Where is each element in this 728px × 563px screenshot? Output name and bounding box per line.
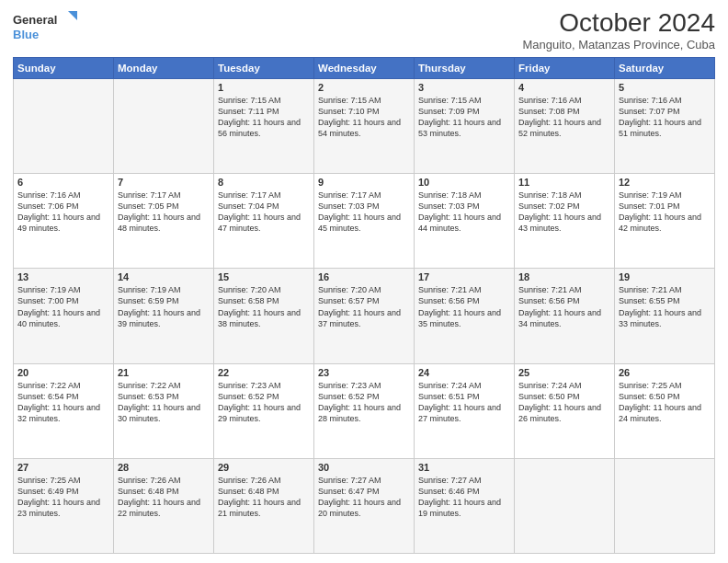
sunrise-text: Sunrise: 7:24 AM <box>418 381 482 390</box>
header-thursday: Thursday <box>415 57 515 78</box>
calendar-day-cell: 18Sunrise: 7:21 AMSunset: 6:56 PMDayligh… <box>515 269 615 363</box>
sunrise-text: Sunrise: 7:16 AM <box>17 190 81 200</box>
day-number: 19 <box>619 271 711 282</box>
sunrise-text: Sunrise: 7:27 AM <box>318 476 381 485</box>
day-detail: Sunrise: 7:24 AMSunset: 6:51 PMDaylight:… <box>418 380 510 425</box>
sunset-text: Sunset: 7:11 PM <box>218 107 279 116</box>
calendar-week-row: 6Sunrise: 7:16 AMSunset: 7:06 PMDaylight… <box>14 174 715 269</box>
logo: General Blue <box>13 9 77 44</box>
sunrise-text: Sunrise: 7:27 AM <box>418 476 482 485</box>
day-number: 27 <box>17 462 109 473</box>
day-number: 22 <box>218 367 310 378</box>
sunrise-text: Sunrise: 7:16 AM <box>518 96 582 105</box>
daylight-text: Daylight: 11 hours and 52 minutes. <box>518 118 601 138</box>
sunset-text: Sunset: 7:06 PM <box>17 201 79 211</box>
day-detail: Sunrise: 7:23 AMSunset: 6:52 PMDaylight:… <box>318 380 410 425</box>
sunset-text: Sunset: 7:03 PM <box>318 201 380 211</box>
sunrise-text: Sunrise: 7:15 AM <box>318 96 381 105</box>
calendar-day-cell: 24Sunrise: 7:24 AMSunset: 6:51 PMDayligh… <box>415 363 515 458</box>
calendar-week-row: 1Sunrise: 7:15 AMSunset: 7:11 PMDaylight… <box>14 78 715 173</box>
day-number: 31 <box>418 462 510 473</box>
calendar-week-row: 27Sunrise: 7:25 AMSunset: 6:49 PMDayligh… <box>14 458 715 553</box>
day-number: 20 <box>17 367 109 378</box>
sunset-text: Sunset: 7:05 PM <box>118 201 179 211</box>
header-tuesday: Tuesday <box>214 57 314 78</box>
day-number: 29 <box>218 462 310 473</box>
page: General Blue October 2024 Manguito, Mata… <box>0 0 728 563</box>
day-number: 11 <box>518 177 610 188</box>
sunrise-text: Sunrise: 7:15 AM <box>418 96 482 105</box>
sunset-text: Sunset: 6:48 PM <box>118 487 179 496</box>
sunset-text: Sunset: 6:49 PM <box>17 487 79 496</box>
location-subtitle: Manguito, Matanzas Province, Cuba <box>522 38 715 52</box>
day-detail: Sunrise: 7:22 AMSunset: 6:54 PMDaylight:… <box>17 380 109 425</box>
daylight-text: Daylight: 11 hours and 37 minutes. <box>318 308 401 328</box>
sunset-text: Sunset: 6:53 PM <box>118 392 179 401</box>
sunset-text: Sunset: 6:56 PM <box>418 296 480 305</box>
daylight-text: Daylight: 11 hours and 27 minutes. <box>418 403 501 423</box>
calendar-day-cell: 2Sunrise: 7:15 AMSunset: 7:10 PMDaylight… <box>314 78 415 173</box>
calendar-week-row: 20Sunrise: 7:22 AMSunset: 6:54 PMDayligh… <box>14 363 715 458</box>
sunrise-text: Sunrise: 7:25 AM <box>17 476 81 485</box>
sunset-text: Sunset: 7:04 PM <box>218 201 279 211</box>
daylight-text: Daylight: 11 hours and 23 minutes. <box>17 498 100 518</box>
daylight-text: Daylight: 11 hours and 28 minutes. <box>318 403 401 423</box>
sunrise-text: Sunrise: 7:19 AM <box>118 285 181 294</box>
calendar-day-cell: 14Sunrise: 7:19 AMSunset: 6:59 PMDayligh… <box>114 269 214 363</box>
calendar-body: 1Sunrise: 7:15 AMSunset: 7:11 PMDaylight… <box>14 78 715 553</box>
day-detail: Sunrise: 7:21 AMSunset: 6:56 PMDaylight:… <box>518 284 610 329</box>
sunset-text: Sunset: 6:54 PM <box>17 392 79 401</box>
calendar-day-cell: 4Sunrise: 7:16 AMSunset: 7:08 PMDaylight… <box>515 78 615 173</box>
sunrise-text: Sunrise: 7:19 AM <box>619 190 682 200</box>
day-detail: Sunrise: 7:26 AMSunset: 6:48 PMDaylight:… <box>218 475 310 520</box>
calendar-table: Sunday Monday Tuesday Wednesday Thursday… <box>13 57 715 554</box>
day-detail: Sunrise: 7:19 AMSunset: 6:59 PMDaylight:… <box>118 284 210 329</box>
title-block: October 2024 Manguito, Matanzas Province… <box>522 9 715 52</box>
sunrise-text: Sunrise: 7:22 AM <box>17 381 81 390</box>
day-number: 14 <box>118 271 210 282</box>
sunset-text: Sunset: 6:55 PM <box>619 296 680 305</box>
calendar-day-cell: 6Sunrise: 7:16 AMSunset: 7:06 PMDaylight… <box>14 174 114 269</box>
calendar-day-cell: 31Sunrise: 7:27 AMSunset: 6:46 PMDayligh… <box>415 458 515 553</box>
sunset-text: Sunset: 6:51 PM <box>418 392 480 401</box>
day-number: 21 <box>118 367 210 378</box>
sunset-text: Sunset: 7:10 PM <box>318 107 380 116</box>
sunrise-text: Sunrise: 7:15 AM <box>218 96 281 105</box>
daylight-text: Daylight: 11 hours and 19 minutes. <box>418 498 501 518</box>
day-number: 9 <box>318 177 410 188</box>
calendar-day-cell: 20Sunrise: 7:22 AMSunset: 6:54 PMDayligh… <box>14 363 114 458</box>
day-number: 4 <box>518 82 610 93</box>
calendar-day-cell: 15Sunrise: 7:20 AMSunset: 6:58 PMDayligh… <box>214 269 314 363</box>
daylight-text: Daylight: 11 hours and 20 minutes. <box>318 498 401 518</box>
sunrise-text: Sunrise: 7:24 AM <box>518 381 582 390</box>
day-number: 25 <box>518 367 610 378</box>
calendar-day-cell: 5Sunrise: 7:16 AMSunset: 7:07 PMDaylight… <box>615 78 715 173</box>
day-detail: Sunrise: 7:16 AMSunset: 7:07 PMDaylight:… <box>619 95 711 140</box>
daylight-text: Daylight: 11 hours and 48 minutes. <box>118 213 200 233</box>
day-number: 30 <box>318 462 410 473</box>
header: General Blue October 2024 Manguito, Mata… <box>13 9 715 52</box>
day-number: 10 <box>418 177 510 188</box>
daylight-text: Daylight: 11 hours and 32 minutes. <box>17 403 100 423</box>
day-number: 23 <box>318 367 410 378</box>
calendar-day-cell: 22Sunrise: 7:23 AMSunset: 6:52 PMDayligh… <box>214 363 314 458</box>
sunrise-text: Sunrise: 7:25 AM <box>619 381 682 390</box>
daylight-text: Daylight: 11 hours and 42 minutes. <box>619 213 701 233</box>
sunrise-text: Sunrise: 7:17 AM <box>118 190 181 200</box>
calendar-day-cell: 8Sunrise: 7:17 AMSunset: 7:04 PMDaylight… <box>214 174 314 269</box>
sunset-text: Sunset: 6:47 PM <box>318 487 380 496</box>
day-detail: Sunrise: 7:25 AMSunset: 6:50 PMDaylight:… <box>619 380 711 425</box>
calendar-day-cell <box>515 458 615 553</box>
day-detail: Sunrise: 7:17 AMSunset: 7:03 PMDaylight:… <box>318 190 410 235</box>
calendar-header-row: Sunday Monday Tuesday Wednesday Thursday… <box>14 57 715 78</box>
calendar-day-cell: 25Sunrise: 7:24 AMSunset: 6:50 PMDayligh… <box>515 363 615 458</box>
day-number: 1 <box>218 82 310 93</box>
daylight-text: Daylight: 11 hours and 56 minutes. <box>218 118 301 138</box>
day-detail: Sunrise: 7:25 AMSunset: 6:49 PMDaylight:… <box>17 475 109 520</box>
sunset-text: Sunset: 6:50 PM <box>619 392 680 401</box>
daylight-text: Daylight: 11 hours and 54 minutes. <box>318 118 401 138</box>
day-detail: Sunrise: 7:18 AMSunset: 7:03 PMDaylight:… <box>418 190 510 235</box>
svg-text:General: General <box>13 13 57 27</box>
day-number: 7 <box>118 177 210 188</box>
day-number: 15 <box>218 271 310 282</box>
